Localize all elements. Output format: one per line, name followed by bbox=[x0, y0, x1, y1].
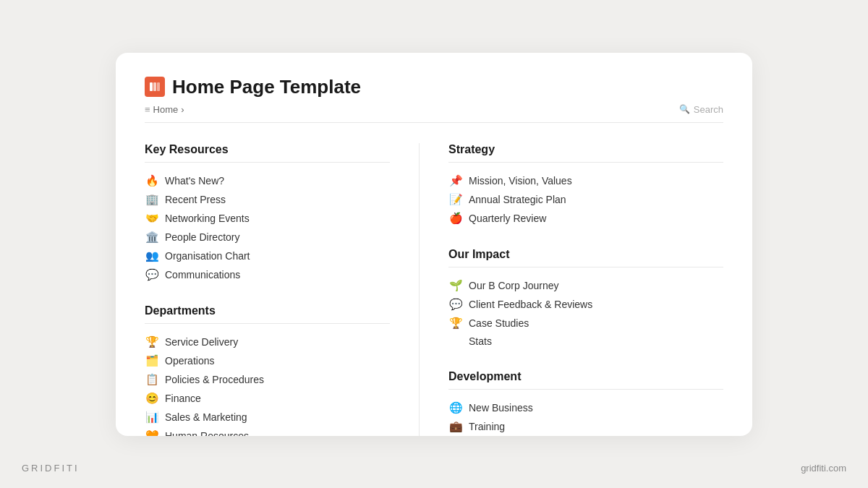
globe-icon: 🌐 bbox=[448, 401, 463, 414]
list-item[interactable]: 🔥 What's New? bbox=[145, 171, 390, 190]
heart-icon: 🧡 bbox=[145, 429, 159, 436]
pillars-icon: 🏛️ bbox=[145, 231, 159, 244]
notepad-icon: 📋 bbox=[145, 373, 159, 386]
list-item[interactable]: 👥 Organisation Chart bbox=[145, 247, 390, 265]
chat-icon: 💬 bbox=[145, 268, 159, 281]
list-item[interactable]: 📋 Policies & Procedures bbox=[145, 370, 390, 389]
item-label: Annual Strategic Plan bbox=[469, 194, 566, 205]
item-label: Human Resources bbox=[165, 430, 249, 436]
page-header: Home Page Template bbox=[145, 76, 723, 98]
list-item[interactable]: 🧡 Human Resources bbox=[145, 427, 390, 436]
list-item[interactable]: 💬 Communications bbox=[145, 265, 390, 284]
page-title: Home Page Template bbox=[172, 76, 361, 98]
page-icon bbox=[145, 77, 165, 97]
breadcrumb-label: Home bbox=[153, 104, 179, 115]
smile-icon: 😊 bbox=[145, 392, 159, 405]
our-impact-title: Our Impact bbox=[448, 248, 723, 267]
trophy-icon: 🏆 bbox=[145, 335, 159, 348]
search-area[interactable]: 🔍 Search bbox=[679, 104, 723, 115]
item-label: Quarterly Review bbox=[469, 213, 546, 224]
search-icon: 🔍 bbox=[679, 104, 690, 114]
item-label: Recent Press bbox=[165, 194, 226, 205]
svg-rect-2 bbox=[157, 82, 160, 91]
footer-brand: GRIDFITI bbox=[22, 463, 80, 474]
item-label: Policies & Procedures bbox=[165, 374, 264, 385]
clipboard-icon: 🗂️ bbox=[145, 354, 159, 367]
breadcrumb-icon: ≡ bbox=[145, 104, 150, 115]
development-title: Development bbox=[448, 370, 723, 390]
svg-rect-1 bbox=[153, 82, 156, 91]
section-key-resources: Key Resources 🔥 What's New? 🏢 Recent Pre… bbox=[145, 143, 390, 284]
left-column: Key Resources 🔥 What's New? 🏢 Recent Pre… bbox=[145, 143, 420, 436]
breadcrumb-chevron: › bbox=[181, 104, 184, 115]
item-label: Networking Events bbox=[165, 213, 250, 224]
seedling-icon: 🌱 bbox=[448, 279, 463, 292]
building-icon: 🏢 bbox=[145, 193, 159, 206]
item-label: Finance bbox=[165, 393, 201, 404]
list-item[interactable]: 💼 Training bbox=[448, 417, 723, 436]
item-label: Client Feedback & Reviews bbox=[469, 299, 592, 310]
item-label: Organisation Chart bbox=[165, 250, 250, 262]
tools-icon: 💼 bbox=[448, 420, 463, 433]
list-item[interactable]: 🗂️ Operations bbox=[145, 351, 390, 370]
list-item[interactable]: 🌱 Our B Corp Journey bbox=[448, 276, 723, 295]
people-icon: 👥 bbox=[145, 249, 159, 262]
search-label: Search bbox=[694, 104, 723, 115]
list-item[interactable]: 📊 Sales & Marketing bbox=[145, 408, 390, 427]
section-development: Development 🌐 New Business 💼 Training bbox=[448, 370, 723, 436]
list-item[interactable]: 🏛️ People Directory bbox=[145, 228, 390, 247]
list-item[interactable]: 📌 Mission, Vision, Values bbox=[448, 171, 723, 190]
item-label: Sales & Marketing bbox=[165, 411, 247, 423]
list-item[interactable]: 🌐 New Business bbox=[448, 398, 723, 417]
right-column: Strategy 📌 Mission, Vision, Values 📝 Ann… bbox=[448, 143, 723, 436]
list-item[interactable]: 🏢 Recent Press bbox=[145, 190, 390, 209]
item-label: Training bbox=[469, 421, 505, 432]
list-item[interactable]: 🏆 Case Studies bbox=[448, 314, 723, 333]
section-departments: Departments 🏆 Service Delivery 🗂️ Operat… bbox=[145, 304, 390, 436]
item-label: Our B Corp Journey bbox=[469, 280, 559, 291]
item-label: Operations bbox=[165, 355, 214, 367]
flag-icon: 📌 bbox=[448, 174, 463, 187]
briefcase-icon: 🏆 bbox=[448, 317, 463, 330]
list-item[interactable]: 💬 Client Feedback & Reviews bbox=[448, 295, 723, 314]
list-item[interactable]: 🤝 Networking Events bbox=[145, 209, 390, 228]
pencil-icon: 📝 bbox=[448, 193, 463, 206]
footer-url: gridfiti.com bbox=[801, 463, 846, 474]
key-resources-title: Key Resources bbox=[145, 143, 390, 163]
fire-icon: 🔥 bbox=[145, 174, 159, 187]
item-label: Communications bbox=[165, 269, 240, 281]
item-label: Service Delivery bbox=[165, 336, 238, 348]
apple-icon: 🍎 bbox=[448, 212, 463, 225]
chart-icon: 📊 bbox=[145, 411, 159, 424]
list-item[interactable]: 🍎 Quarterly Review bbox=[448, 209, 723, 228]
list-item[interactable]: 🏆 Service Delivery bbox=[145, 333, 390, 351]
handshake-icon: 🤝 bbox=[145, 212, 159, 225]
section-strategy: Strategy 📌 Mission, Vision, Values 📝 Ann… bbox=[448, 143, 723, 228]
item-label: Mission, Vision, Values bbox=[469, 175, 572, 187]
stats-label: Stats bbox=[448, 333, 723, 350]
item-label: What's New? bbox=[165, 175, 224, 187]
item-label: People Directory bbox=[165, 231, 240, 243]
strategy-title: Strategy bbox=[448, 143, 723, 163]
breadcrumb[interactable]: ≡ Home › bbox=[145, 104, 184, 115]
breadcrumb-bar: ≡ Home › 🔍 Search bbox=[145, 104, 723, 123]
list-item[interactable]: 😊 Finance bbox=[145, 389, 390, 408]
main-card: Home Page Template ≡ Home › 🔍 Search Key… bbox=[116, 53, 752, 436]
item-label: New Business bbox=[469, 402, 533, 414]
list-item[interactable]: 📝 Annual Strategic Plan bbox=[448, 190, 723, 209]
item-label: Case Studies bbox=[469, 317, 529, 329]
svg-rect-0 bbox=[150, 82, 153, 91]
section-our-impact: Our Impact 🌱 Our B Corp Journey 💬 Client… bbox=[448, 248, 723, 350]
speech-icon: 💬 bbox=[448, 298, 463, 311]
content-grid: Key Resources 🔥 What's New? 🏢 Recent Pre… bbox=[145, 143, 723, 436]
departments-title: Departments bbox=[145, 304, 390, 324]
